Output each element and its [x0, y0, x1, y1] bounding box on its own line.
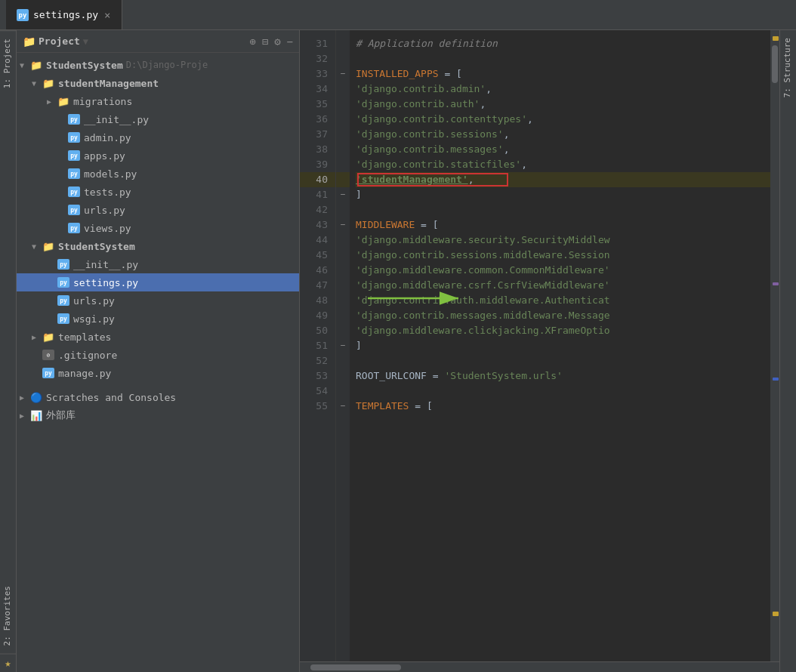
root-folder-icon: 📁 — [30, 60, 42, 71]
gitignore-icon: ⊘ — [42, 350, 54, 360]
tree-item-root[interactable]: ▼ 📁 StudentSystem D:\Django-Proje — [17, 56, 299, 74]
settings-gear-icon[interactable]: ⚙ — [274, 35, 280, 48]
minimize-icon[interactable]: − — [287, 35, 293, 48]
scrollbar-thumb[interactable] — [772, 45, 778, 83]
horizontal-scrollbar[interactable] — [300, 661, 779, 672]
tree-item-tests[interactable]: py tests.py — [17, 183, 299, 201]
project-title: Project — [39, 35, 80, 47]
code-lines[interactable]: # Application definition INSTALLED_APPS … — [350, 30, 770, 661]
tree-item-templates[interactable]: ▶ 📁 templates — [17, 328, 299, 346]
views-label: views.py — [84, 223, 131, 234]
layout-icon[interactable]: ⊟ — [262, 35, 268, 48]
status-mark-blue — [773, 378, 779, 381]
templates-label: templates — [58, 331, 111, 343]
code-line-49: 'django.contrib.messages.middleware.Mess… — [356, 308, 770, 323]
structure-tab[interactable]: 7: Structure — [780, 30, 796, 105]
ln-42: 42 — [300, 202, 335, 217]
tree-item-ss[interactable]: ▼ 📁 StudentSystem — [17, 237, 299, 255]
settings-tab[interactable]: py settings.py × — [6, 0, 122, 29]
tests-icon: py — [68, 186, 80, 197]
scratches-icon: 🔵 — [30, 392, 42, 403]
urls-sm-icon: py — [68, 205, 80, 215]
ln-46: 46 — [300, 263, 335, 278]
tab-close-button[interactable]: × — [104, 9, 110, 21]
tree-item-urls-ss[interactable]: py urls.py — [17, 291, 299, 310]
tree-item-models[interactable]: py models.py — [17, 165, 299, 183]
sm-label: studentManagement — [58, 78, 159, 89]
tree-item-manage[interactable]: py manage.py — [17, 364, 299, 382]
ln-37: 37 — [300, 127, 335, 142]
templates-arrow: ▶ — [32, 333, 42, 341]
project-header-icons: ⊕ ⊟ ⚙ − — [249, 35, 293, 48]
tab-filename: settings.py — [33, 9, 98, 20]
code-line-36: 'django.contrib.contenttypes', — [356, 112, 770, 127]
ln-55: 55 — [300, 399, 335, 414]
urls-sm-label: urls.py — [84, 205, 125, 216]
ss-arrow: ▼ — [32, 242, 42, 251]
code-line-37: 'django.contrib.sessions', — [356, 127, 770, 142]
ln-51: 51 — [300, 338, 335, 353]
main-content: 1: Project 2: Favorites ★ 📁 Project ▼ ⊕ … — [0, 30, 796, 672]
ln-48: 48 — [300, 293, 335, 308]
tree-item-sm[interactable]: ▼ 📁 studentManagement — [17, 74, 299, 92]
ln-33: 33 — [300, 66, 335, 82]
tree-item-settings[interactable]: py settings.py — [17, 273, 299, 291]
settings-icon: py — [57, 277, 69, 288]
code-line-39: 'django.contrib.staticfiles', — [356, 157, 770, 172]
code-line-45: 'django.contrib.sessions.middleware.Sess… — [356, 248, 770, 263]
tree-item-urls-sm[interactable]: py urls.py — [17, 201, 299, 219]
apps-icon: py — [68, 150, 80, 161]
ln-45: 45 — [300, 248, 335, 263]
gutter: − − − — [336, 30, 350, 661]
code-line-52 — [356, 353, 770, 368]
project-panel: 📁 Project ▼ ⊕ ⊟ ⚙ − ▼ 📁 StudentSystem D:… — [17, 30, 300, 672]
root-path: D:\Django-Proje — [126, 60, 208, 70]
models-label: models.py — [84, 168, 137, 180]
ln-39: 39 — [300, 157, 335, 172]
sync-icon[interactable]: ⊕ — [249, 35, 255, 48]
ln-40: 40 — [300, 172, 335, 187]
manage-label: manage.py — [58, 368, 111, 379]
tree-item-wsgi[interactable]: py wsgi.py — [17, 310, 299, 328]
code-line-50: 'django.middleware.clickjacking.XFrameOp… — [356, 323, 770, 338]
manage-icon: py — [42, 368, 54, 378]
tree-item-init-sm[interactable]: py __init__.py — [17, 110, 299, 128]
code-line-34: 'django.contrib.admin', — [356, 82, 770, 97]
tree-item-init-ss[interactable]: py __init__.py — [17, 255, 299, 273]
tree-item-admin[interactable]: py admin.py — [17, 128, 299, 146]
wsgi-label: wsgi.py — [73, 313, 115, 325]
status-mark-yellow-top — [773, 36, 779, 41]
h-scroll-thumb[interactable] — [310, 664, 401, 670]
favorites-tab[interactable]: 2: Favorites — [0, 578, 16, 654]
status-mark-purple — [773, 282, 779, 285]
tree-item-external[interactable]: ▶ 📊 外部库 — [17, 406, 299, 424]
tree-item-scratches[interactable]: ▶ 🔵 Scratches and Consoles — [17, 388, 299, 406]
migrations-folder-icon: 📁 — [57, 96, 69, 107]
code-line-41: ] — [356, 187, 770, 202]
tree-item-migrations[interactable]: ▶ 📁 migrations — [17, 92, 299, 110]
code-editor: 31 32 33 34 35 36 37 38 39 40 41 42 43 4… — [300, 30, 779, 672]
external-label: 外部库 — [46, 408, 76, 422]
favorites-star[interactable]: ★ — [5, 654, 11, 672]
code-line-32 — [356, 51, 770, 66]
tree-item-gitignore[interactable]: ⊘ .gitignore — [17, 346, 299, 364]
code-line-47: 'django.middleware.csrf.CsrfViewMiddlewa… — [356, 278, 770, 293]
scrollbar-v[interactable] — [770, 30, 779, 661]
migrations-label: migrations — [73, 96, 132, 107]
migrations-arrow: ▶ — [47, 97, 57, 106]
tree-item-apps[interactable]: py apps.py — [17, 146, 299, 165]
tree-item-views[interactable]: py views.py — [17, 219, 299, 237]
code-line-46: 'django.middleware.common.CommonMiddlewa… — [356, 263, 770, 278]
right-sidebar: 7: Structure — [779, 30, 796, 672]
ss-folder-icon: 📁 — [42, 241, 54, 252]
code-line-54 — [356, 384, 770, 399]
external-arrow: ▶ — [20, 412, 30, 420]
python-file-icon: py — [17, 9, 29, 21]
ln-36: 36 — [300, 112, 335, 127]
project-tab[interactable]: 1: Project — [0, 30, 16, 96]
app-window: py settings.py × 1: Project 2: Favorites… — [0, 0, 796, 672]
scratches-arrow: ▶ — [20, 393, 30, 402]
code-editor-inner: 31 32 33 34 35 36 37 38 39 40 41 42 43 4… — [300, 30, 779, 661]
wsgi-icon: py — [57, 313, 69, 324]
code-line-35: 'django.contrib.auth', — [356, 97, 770, 112]
